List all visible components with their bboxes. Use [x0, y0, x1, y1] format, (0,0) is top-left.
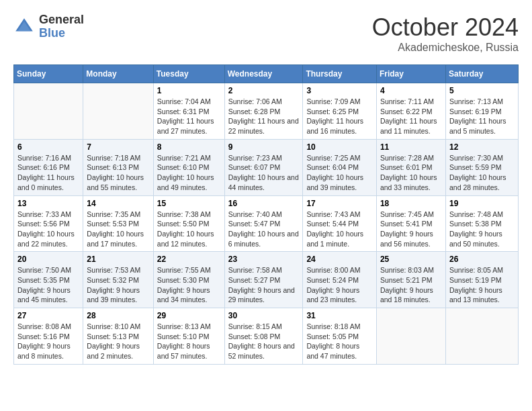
day-info: Sunrise: 7:04 AMSunset: 6:31 PMDaylight:… [157, 97, 221, 136]
logo-icon [13, 16, 35, 38]
calendar-cell: 8Sunrise: 7:21 AMSunset: 6:10 PMDaylight… [153, 139, 224, 195]
calendar-header-row: Sunday Monday Tuesday Wednesday Thursday… [14, 65, 519, 83]
calendar-cell: 6Sunrise: 7:16 AMSunset: 6:16 PMDaylight… [14, 139, 83, 195]
day-info: Sunrise: 7:33 AMSunset: 5:56 PMDaylight:… [17, 210, 79, 249]
header-wednesday: Wednesday [224, 65, 303, 83]
header-sunday: Sunday [14, 65, 83, 83]
day-number: 18 [380, 199, 442, 208]
location-text: Akademicheskoe, Russia [372, 42, 519, 54]
day-info: Sunrise: 8:08 AMSunset: 5:16 PMDaylight:… [17, 322, 79, 361]
calendar-cell: 23Sunrise: 7:58 AMSunset: 5:27 PMDayligh… [224, 252, 303, 308]
calendar-cell: 22Sunrise: 7:55 AMSunset: 5:30 PMDayligh… [153, 252, 224, 308]
day-number: 25 [380, 255, 442, 264]
day-number: 4 [380, 86, 442, 95]
day-number: 17 [306, 199, 373, 208]
day-info: Sunrise: 7:38 AMSunset: 5:50 PMDaylight:… [157, 210, 221, 249]
calendar-week-row: 13Sunrise: 7:33 AMSunset: 5:56 PMDayligh… [14, 195, 519, 252]
calendar-cell: 16Sunrise: 7:40 AMSunset: 5:47 PMDayligh… [224, 195, 303, 252]
day-number: 8 [157, 142, 221, 152]
day-number: 1 [157, 86, 221, 95]
day-info: Sunrise: 8:05 AMSunset: 5:19 PMDaylight:… [449, 265, 515, 305]
day-info: Sunrise: 7:45 AMSunset: 5:41 PMDaylight:… [380, 210, 442, 249]
day-info: Sunrise: 8:03 AMSunset: 5:21 PMDaylight:… [380, 265, 442, 305]
day-info: Sunrise: 7:25 AMSunset: 6:04 PMDaylight:… [306, 153, 373, 193]
day-number: 10 [306, 142, 373, 152]
calendar-cell [376, 308, 445, 365]
day-info: Sunrise: 7:35 AMSunset: 5:53 PMDaylight:… [87, 210, 149, 249]
calendar-cell: 2Sunrise: 7:06 AMSunset: 6:28 PMDaylight… [224, 83, 303, 140]
calendar-week-row: 6Sunrise: 7:16 AMSunset: 6:16 PMDaylight… [14, 139, 519, 195]
day-info: Sunrise: 7:58 AMSunset: 5:27 PMDaylight:… [228, 265, 300, 305]
calendar-cell: 19Sunrise: 7:48 AMSunset: 5:38 PMDayligh… [445, 195, 518, 252]
calendar-cell: 4Sunrise: 7:11 AMSunset: 6:22 PMDaylight… [376, 83, 445, 140]
day-number: 15 [157, 199, 221, 208]
header-thursday: Thursday [303, 65, 377, 83]
day-info: Sunrise: 7:30 AMSunset: 5:59 PMDaylight:… [449, 153, 515, 193]
day-info: Sunrise: 8:13 AMSunset: 5:10 PMDaylight:… [157, 322, 221, 361]
day-number: 11 [380, 142, 442, 152]
day-info: Sunrise: 7:40 AMSunset: 5:47 PMDaylight:… [228, 210, 300, 249]
day-number: 22 [157, 255, 221, 264]
day-number: 16 [228, 199, 300, 208]
day-number: 21 [87, 255, 149, 264]
calendar-cell: 24Sunrise: 8:00 AMSunset: 5:24 PMDayligh… [303, 252, 377, 308]
day-number: 19 [449, 199, 515, 208]
day-number: 5 [449, 86, 515, 95]
calendar-cell: 29Sunrise: 8:13 AMSunset: 5:10 PMDayligh… [153, 308, 224, 365]
calendar-cell: 5Sunrise: 7:13 AMSunset: 6:19 PMDaylight… [445, 83, 518, 140]
day-info: Sunrise: 8:00 AMSunset: 5:24 PMDaylight:… [306, 265, 373, 305]
title-block: October 2024 Akademicheskoe, Russia [372, 13, 519, 54]
day-info: Sunrise: 7:18 AMSunset: 6:13 PMDaylight:… [87, 153, 149, 193]
day-info: Sunrise: 7:48 AMSunset: 5:38 PMDaylight:… [449, 210, 515, 249]
day-number: 26 [449, 255, 515, 264]
calendar-cell: 25Sunrise: 8:03 AMSunset: 5:21 PMDayligh… [376, 252, 445, 308]
day-info: Sunrise: 8:15 AMSunset: 5:08 PMDaylight:… [228, 322, 300, 361]
calendar-week-row: 27Sunrise: 8:08 AMSunset: 5:16 PMDayligh… [14, 308, 519, 365]
calendar-cell: 27Sunrise: 8:08 AMSunset: 5:16 PMDayligh… [14, 308, 83, 365]
header-saturday: Saturday [445, 65, 518, 83]
calendar-cell: 28Sunrise: 8:10 AMSunset: 5:13 PMDayligh… [83, 308, 153, 365]
day-number: 12 [449, 142, 515, 152]
calendar-cell: 20Sunrise: 7:50 AMSunset: 5:35 PMDayligh… [14, 252, 83, 308]
day-number: 30 [228, 311, 300, 320]
day-number: 27 [17, 311, 79, 320]
calendar-cell [14, 83, 83, 140]
day-info: Sunrise: 7:06 AMSunset: 6:28 PMDaylight:… [228, 97, 300, 136]
day-number: 3 [306, 86, 373, 95]
day-number: 13 [17, 199, 79, 208]
calendar-cell: 14Sunrise: 7:35 AMSunset: 5:53 PMDayligh… [83, 195, 153, 252]
day-number: 29 [157, 311, 221, 320]
day-info: Sunrise: 7:28 AMSunset: 6:01 PMDaylight:… [380, 153, 442, 193]
day-number: 31 [306, 311, 373, 320]
calendar-cell [83, 83, 153, 140]
logo-text: General Blue [39, 13, 84, 40]
day-number: 24 [306, 255, 373, 264]
calendar-cell: 3Sunrise: 7:09 AMSunset: 6:25 PMDaylight… [303, 83, 377, 140]
calendar-cell: 30Sunrise: 8:15 AMSunset: 5:08 PMDayligh… [224, 308, 303, 365]
day-info: Sunrise: 7:50 AMSunset: 5:35 PMDaylight:… [17, 265, 79, 305]
calendar-cell: 9Sunrise: 7:23 AMSunset: 6:07 PMDaylight… [224, 139, 303, 195]
month-title: October 2024 [372, 13, 519, 42]
calendar-week-row: 1Sunrise: 7:04 AMSunset: 6:31 PMDaylight… [14, 83, 519, 140]
day-number: 28 [87, 311, 149, 320]
calendar-cell: 26Sunrise: 8:05 AMSunset: 5:19 PMDayligh… [445, 252, 518, 308]
logo-general-text: General [39, 13, 84, 27]
logo-blue-text: Blue [39, 27, 84, 40]
day-number: 20 [17, 255, 79, 264]
day-number: 9 [228, 142, 300, 152]
calendar-cell: 15Sunrise: 7:38 AMSunset: 5:50 PMDayligh… [153, 195, 224, 252]
day-info: Sunrise: 7:53 AMSunset: 5:32 PMDaylight:… [87, 265, 149, 305]
logo: General Blue [13, 13, 84, 40]
day-number: 23 [228, 255, 300, 264]
calendar-cell: 31Sunrise: 8:18 AMSunset: 5:05 PMDayligh… [303, 308, 377, 365]
calendar-cell: 18Sunrise: 7:45 AMSunset: 5:41 PMDayligh… [376, 195, 445, 252]
header-tuesday: Tuesday [153, 65, 224, 83]
day-info: Sunrise: 7:09 AMSunset: 6:25 PMDaylight:… [306, 97, 373, 136]
day-info: Sunrise: 7:55 AMSunset: 5:30 PMDaylight:… [157, 265, 221, 305]
calendar-cell: 21Sunrise: 7:53 AMSunset: 5:32 PMDayligh… [83, 252, 153, 308]
calendar-cell: 10Sunrise: 7:25 AMSunset: 6:04 PMDayligh… [303, 139, 377, 195]
day-info: Sunrise: 7:23 AMSunset: 6:07 PMDaylight:… [228, 153, 300, 193]
calendar-cell: 17Sunrise: 7:43 AMSunset: 5:44 PMDayligh… [303, 195, 377, 252]
day-number: 7 [87, 142, 149, 152]
calendar-table: Sunday Monday Tuesday Wednesday Thursday… [13, 64, 519, 365]
